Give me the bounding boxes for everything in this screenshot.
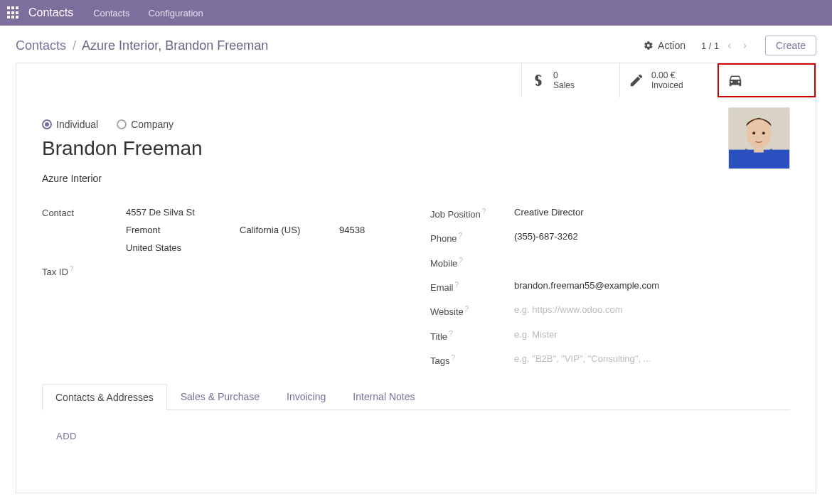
help-icon[interactable]: ? xyxy=(449,330,453,338)
job-position-label: Job Position? xyxy=(430,207,514,220)
help-icon[interactable]: ? xyxy=(459,257,463,264)
address-zip: 94538 xyxy=(339,225,396,235)
form-body: Individual Company Brandon Freeman Azure… xyxy=(16,97,816,493)
form-card: 0 Sales 0.00 € Invoiced xyxy=(16,63,816,493)
statbar-spacer xyxy=(16,63,521,97)
field-tax-id: Tax ID? xyxy=(42,264,402,277)
field-job-position: Job Position? Creative Director xyxy=(430,207,790,220)
breadcrumb-current: Azure Interior, Brandon Freeman xyxy=(82,38,268,53)
sub-header-right: Action 1 / 1 ‹ › Create xyxy=(644,36,816,55)
create-button[interactable]: Create xyxy=(765,36,816,55)
help-icon[interactable]: ? xyxy=(465,305,469,313)
radio-company-control xyxy=(117,119,127,129)
website-value[interactable]: e.g. https://www.odoo.com xyxy=(514,304,790,315)
radio-individual[interactable]: Individual xyxy=(42,119,98,130)
apps-icon[interactable] xyxy=(7,6,20,19)
help-icon[interactable]: ? xyxy=(482,208,486,215)
phone-label: Phone? xyxy=(430,231,514,244)
top-bar: Contacts Contacts Configuration xyxy=(0,0,832,26)
nav-contacts[interactable]: Contacts xyxy=(93,8,129,18)
stat-sales[interactable]: 0 Sales xyxy=(521,63,619,97)
avatar[interactable] xyxy=(728,107,790,169)
help-icon[interactable]: ? xyxy=(455,281,459,289)
breadcrumb-root[interactable]: Contacts xyxy=(16,38,66,53)
pager-text: 1 / 1 xyxy=(701,41,719,51)
stat-invoiced-label: Invoiced xyxy=(651,80,683,90)
tab-invoicing[interactable]: Invoicing xyxy=(273,383,339,409)
stat-sales-label: Sales xyxy=(553,80,575,90)
website-label: Website? xyxy=(430,304,514,317)
address-country: United States xyxy=(126,242,396,253)
gear-icon xyxy=(644,41,654,50)
tab-body: ADD xyxy=(42,410,790,484)
mobile-label: Mobile? xyxy=(430,256,514,269)
field-mobile: Mobile? xyxy=(430,256,790,269)
field-tags: Tags? e.g. "B2B", "VIP", "Consulting", .… xyxy=(430,353,790,366)
title-label: Title? xyxy=(430,329,514,342)
pager-prev[interactable]: ‹ xyxy=(725,39,734,52)
brand-title: Contacts xyxy=(28,6,73,19)
stat-invoiced-value: 0.00 € xyxy=(651,70,683,80)
field-title: Title? e.g. Mister xyxy=(430,329,790,342)
title-value[interactable]: e.g. Mister xyxy=(514,329,790,340)
help-icon[interactable]: ? xyxy=(451,354,455,362)
tags-value[interactable]: e.g. "B2B", "VIP", "Consulting", ... xyxy=(514,353,790,364)
field-email: Email? brandon.freeman55@example.com xyxy=(430,280,790,293)
action-label: Action xyxy=(658,40,686,51)
address-value[interactable]: 4557 De Silva St Fremont California (US)… xyxy=(126,207,402,253)
address-label: Contact xyxy=(42,207,126,218)
breadcrumb-separator: / xyxy=(73,38,76,53)
content-area: 0 Sales 0.00 € Invoiced xyxy=(0,63,832,504)
address-city: Fremont xyxy=(126,225,240,235)
svg-point-4 xyxy=(762,132,765,134)
add-button[interactable]: ADD xyxy=(56,431,77,441)
stat-bar: 0 Sales 0.00 € Invoiced xyxy=(16,63,816,97)
phone-value[interactable]: (355)-687-3262 xyxy=(514,231,790,242)
radio-company[interactable]: Company xyxy=(117,119,174,130)
help-icon[interactable]: ? xyxy=(459,232,463,240)
action-dropdown[interactable]: Action xyxy=(644,40,686,51)
field-address: Contact 4557 De Silva St Fremont Califor… xyxy=(42,207,402,253)
radio-individual-control xyxy=(42,119,52,129)
radio-individual-label: Individual xyxy=(56,119,98,130)
svg-point-3 xyxy=(752,132,755,134)
left-column: Contact 4557 De Silva St Fremont Califor… xyxy=(42,207,402,377)
tags-label: Tags? xyxy=(430,353,514,366)
tab-sales-purchase[interactable]: Sales & Purchase xyxy=(167,383,273,409)
address-street: 4557 De Silva St xyxy=(126,207,396,218)
sub-header: Contacts / Azure Interior, Brandon Freem… xyxy=(0,26,832,63)
pager-next[interactable]: › xyxy=(740,39,750,52)
car-icon xyxy=(727,73,743,88)
contact-name[interactable]: Brandon Freeman xyxy=(42,137,790,160)
pencil-note-icon xyxy=(629,73,644,88)
pager: 1 / 1 ‹ › xyxy=(701,39,750,52)
field-website: Website? e.g. https://www.odoo.com xyxy=(430,304,790,317)
company-name[interactable]: Azure Interior xyxy=(42,173,790,184)
address-state: California (US) xyxy=(240,225,339,235)
stat-sales-value: 0 xyxy=(553,70,575,80)
job-position-value[interactable]: Creative Director xyxy=(514,207,790,218)
help-icon[interactable]: ? xyxy=(70,265,74,273)
breadcrumb: Contacts / Azure Interior, Brandon Freem… xyxy=(16,38,268,53)
nav-configuration[interactable]: Configuration xyxy=(148,8,203,18)
field-columns: Contact 4557 De Silva St Fremont Califor… xyxy=(42,207,790,377)
dollar-icon xyxy=(530,73,546,88)
radio-company-label: Company xyxy=(131,119,174,130)
tax-id-label: Tax ID? xyxy=(42,264,126,277)
tab-internal-notes[interactable]: Internal Notes xyxy=(339,383,428,409)
field-phone: Phone? (355)-687-3262 xyxy=(430,231,790,244)
stat-invoiced[interactable]: 0.00 € Invoiced xyxy=(619,63,718,97)
email-value[interactable]: brandon.freeman55@example.com xyxy=(514,280,790,291)
contact-type-radios: Individual Company xyxy=(42,119,790,130)
stat-vehicle[interactable] xyxy=(718,63,816,97)
tabs: Contacts & Addresses Sales & Purchase In… xyxy=(42,383,790,410)
avatar-image xyxy=(729,108,789,168)
tab-contacts-addresses[interactable]: Contacts & Addresses xyxy=(42,384,167,410)
top-nav: Contacts Configuration xyxy=(93,8,203,18)
right-column: Job Position? Creative Director Phone? (… xyxy=(430,207,790,377)
email-label: Email? xyxy=(430,280,514,293)
